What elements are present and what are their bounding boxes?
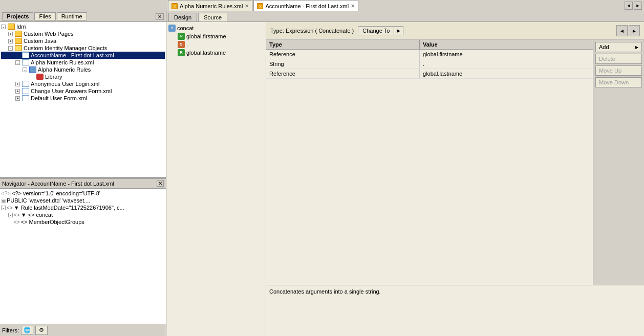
xml-file-icon-5 <box>22 95 29 101</box>
tree-label-library: Library <box>45 74 62 80</box>
concat-icon: f <box>168 25 176 32</box>
tab-design[interactable]: Design <box>168 13 197 21</box>
table-row[interactable]: Reference global.firstname <box>266 50 593 59</box>
tree-label-change-user: Change User Answers Form.xml <box>31 88 112 94</box>
navigator-close[interactable]: ✕ <box>157 180 164 187</box>
tab-account-close[interactable]: ✕ <box>351 3 355 9</box>
expr-tree-lastname[interactable]: R global.lastname <box>168 49 264 57</box>
nav-item-dtd: ▣ PUBLIC 'waveset.dtd' 'waveset.... <box>1 197 165 204</box>
xml-icon: X <box>171 3 178 9</box>
projects-header: Projects Files Runtime ✕ <box>0 11 166 22</box>
nav-label-concat: ▼ <> concat <box>21 212 53 218</box>
table-row[interactable]: String . <box>266 59 593 69</box>
tree-item-alpha-xml[interactable]: - Alpha Numeric Rules.xml <box>1 59 165 66</box>
xml-file-icon-4 <box>22 88 29 94</box>
row1-type: Reference <box>266 50 420 59</box>
tree-item-library[interactable]: Library <box>1 73 165 80</box>
filter-globe-btn[interactable]: 🌐 <box>21 326 33 335</box>
tree-item-custom-web[interactable]: + Custom Web Pages <box>1 30 165 37</box>
back-arrow-btn[interactable]: ◄ <box>616 25 628 36</box>
tree-label-custom-identity: Custom Identity Manager Objects <box>24 45 107 51</box>
firstname-label: global.firstname <box>186 33 226 39</box>
folder-open-icon <box>15 45 22 51</box>
table-and-buttons: Type Value Reference global.firstname <box>266 40 644 285</box>
tree-item-account-name[interactable]: AccountName - First dot Last.xml <box>1 52 165 59</box>
expr-tree-dot[interactable]: S . <box>168 40 264 49</box>
tab-alpha-label: Alpha Numeric Rules.xml <box>180 3 243 9</box>
tree-label-account: AccountName - First dot Last.xml <box>31 52 114 58</box>
nav-label-version: <?> version='1.0' encoding='UTF-8' <box>12 190 100 196</box>
table-body: Reference global.firstname String . <box>266 50 593 285</box>
filters-bar: Filters: 🌐 ⚙ <box>0 324 166 336</box>
tab-nav-arrows: ◄ ► <box>622 0 644 11</box>
table-row[interactable]: Reference global.lastname <box>266 69 593 79</box>
move-down-button[interactable]: Move Down <box>595 77 642 87</box>
xml-file-icon <box>22 52 29 58</box>
add-arrow-icon: ▶ <box>635 45 638 50</box>
tab-projects[interactable]: Projects <box>2 12 33 20</box>
move-up-button[interactable]: Move Up <box>595 65 642 76</box>
tab-source[interactable]: Source <box>198 13 227 21</box>
type-label: Type: Expression ( Concatenate ) <box>270 28 354 34</box>
add-button[interactable]: Add ▶ <box>595 42 642 52</box>
forward-arrow-btn[interactable]: ► <box>629 25 640 36</box>
row3-value: global.lastname <box>420 69 593 78</box>
tree-item-anon[interactable]: + Anonymous User Login.xml <box>1 80 165 87</box>
expr-area: f concat R global.firstname S . <box>166 22 644 336</box>
tree-label-alpha-xml: Alpha Numeric Rules.xml <box>31 59 94 65</box>
col-type-header: Type <box>266 40 420 49</box>
tree-label-anon: Anonymous User Login.xml <box>31 81 100 87</box>
tree-item-custom-identity[interactable]: - Custom Identity Manager Objects <box>1 44 165 52</box>
description-area: Concatenates arguments into a single str… <box>266 285 644 336</box>
expand-icon: + <box>15 96 20 101</box>
tab-alpha-close[interactable]: ✕ <box>245 3 249 9</box>
concat-label: concat <box>177 25 194 31</box>
editor-main: Type: Expression ( Concatenate ) Change … <box>266 22 644 336</box>
dtd-icon: ▣ <box>1 198 6 204</box>
tree-item-change-user[interactable]: + Change User Answers Form.xml <box>1 87 165 95</box>
col-value-header: Value <box>420 40 593 49</box>
tree-item-alpha-rule[interactable]: - Alpha Numeric Rules <box>1 66 165 73</box>
expr-tree-concat[interactable]: f concat <box>168 24 264 32</box>
row2-type: String <box>266 59 420 69</box>
nav-left-arrow[interactable]: ◄ <box>625 2 633 10</box>
tab-runtime[interactable]: Runtime <box>57 12 87 20</box>
expand-icon: - <box>1 25 6 29</box>
tab-alpha-rules[interactable]: X Alpha Numeric Rules.xml ✕ <box>168 0 252 11</box>
expr-tree: f concat R global.firstname S . <box>166 22 266 336</box>
tab-account-name[interactable]: X AccountName - First dot Last.xml ✕ <box>253 0 358 11</box>
navigator-header: Navigator - AccountName - First dot Last… <box>0 178 166 189</box>
str-icon: S <box>178 41 185 48</box>
dot-label: . <box>186 41 188 48</box>
navigator-panel: Navigator - AccountName - First dot Last… <box>0 177 166 336</box>
description-text: Concatenates arguments into a single str… <box>269 288 381 295</box>
tree-item-custom-java[interactable]: + Custom Java <box>1 37 165 44</box>
nav-right-arrow[interactable]: ► <box>634 2 642 10</box>
nav-item-member-groups[interactable]: <> <> MemberObjectGroups <box>1 218 165 226</box>
concat-bracket-icon: <> <box>14 212 20 218</box>
nav-item-rule[interactable]: - <> ▼ Rule lastModDate="1172522671906",… <box>1 204 165 211</box>
xml-file-icon-3 <box>22 81 29 87</box>
change-to-arrow-btn[interactable]: ▶ <box>394 26 403 35</box>
expr-tree-firstname[interactable]: R global.firstname <box>168 32 264 40</box>
tree-label-custom-java: Custom Java <box>24 38 56 44</box>
filter-gear-btn[interactable]: ⚙ <box>35 326 48 335</box>
change-to-main-btn[interactable]: Change To <box>358 26 394 35</box>
nav-item-concat[interactable]: - <> ▼ <> concat <box>1 211 165 218</box>
row3-type: Reference <box>266 69 420 78</box>
tree-label-custom-web: Custom Web Pages <box>24 31 74 37</box>
rule-bracket-icon: <> <box>7 205 13 211</box>
angle-bracket-icon: <?> <box>1 190 11 196</box>
panel-close[interactable]: ✕ <box>156 13 164 20</box>
expand-icon: - <box>15 60 20 65</box>
delete-button[interactable]: Delete <box>595 54 642 64</box>
ref-icon: R <box>178 33 185 40</box>
tree-item-idm[interactable]: - Idm <box>1 23 165 30</box>
tab-files[interactable]: Files <box>34 12 55 20</box>
ref-icon-2: R <box>178 49 185 56</box>
navigator-title: Navigator - AccountName - First dot Last… <box>2 181 114 187</box>
folder-closed-icon <box>15 31 22 37</box>
tree-label-idm: Idm <box>16 24 26 30</box>
design-tabs-bar: Design Source <box>166 11 644 22</box>
tree-item-default-form[interactable]: + Default User Form.xml <box>1 95 165 102</box>
